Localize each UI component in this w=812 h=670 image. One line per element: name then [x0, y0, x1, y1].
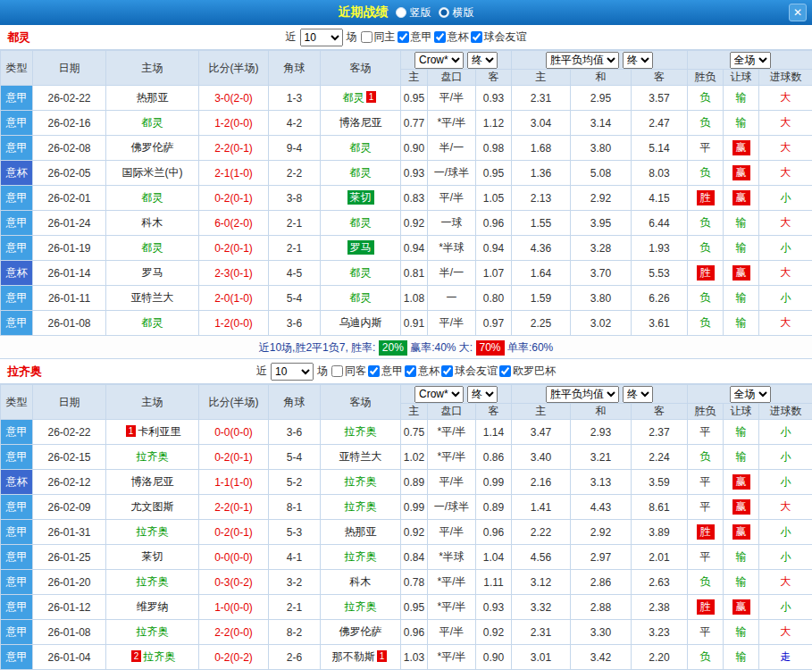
subcolumn-header: 客	[632, 404, 688, 420]
asian-home-odds: 0.83	[401, 186, 428, 211]
result-handicap-value: 输	[736, 575, 747, 588]
final-europe-select[interactable]: 终	[623, 52, 653, 69]
home-team-cell: 科木	[106, 211, 199, 236]
final-odds-select[interactable]: 终	[467, 52, 498, 69]
match-row: 意甲26-01-20拉齐奥0-3(0-2)3-2科木0.78*平/半1.113.…	[1, 570, 812, 595]
result-handicap: 输	[724, 570, 759, 595]
corners: 1-3	[269, 86, 321, 111]
result-goals-value: 小	[781, 550, 791, 563]
competition-checkbox-label: 意甲	[411, 29, 432, 45]
asian-away-odds: 0.93	[476, 86, 512, 111]
header-select-group: 全场	[688, 51, 812, 70]
result-handicap-value: 输	[736, 216, 747, 229]
competition-checkbox[interactable]	[434, 31, 446, 43]
competition-checkbox[interactable]	[441, 365, 453, 377]
competition-filter-item[interactable]: 意甲	[398, 29, 432, 45]
asian-home-odds: 0.92	[401, 211, 428, 236]
europe-draw-odds: 4.43	[571, 495, 632, 520]
result-handicap: 赢	[724, 261, 759, 286]
result-goals: 大	[759, 136, 812, 161]
result-goals: 大	[759, 495, 812, 520]
competition-filter-item[interactable]: 球会友谊	[441, 364, 498, 379]
result-handicap: 输	[724, 286, 759, 311]
competition-filter-item[interactable]: 意杯	[405, 364, 439, 379]
competition-checkbox[interactable]	[499, 365, 511, 377]
asian-handicap: *平/半	[428, 645, 476, 670]
corners: 3-2	[269, 570, 321, 595]
score: 0-2(0-2)	[199, 645, 269, 670]
summary-row: 近10场,胜2平1负7, 胜率: 20% 赢率:40% 大: 70% 单率:60…	[0, 336, 812, 359]
home-team-cell: 都灵	[106, 236, 199, 261]
score: 1-2(0-0)	[199, 311, 269, 336]
bookmaker-select[interactable]: Crow*	[414, 52, 464, 69]
europe-away-odds: 3.61	[632, 311, 688, 336]
match-date: 26-02-15	[33, 445, 106, 470]
competition-checkbox[interactable]	[398, 31, 409, 43]
europe-home-odds: 3.12	[512, 570, 571, 595]
bookmaker-select[interactable]: Crow*	[414, 386, 464, 403]
competition-filter-item[interactable]: 欧罗巴杯	[499, 364, 556, 379]
competition-checkbox-label: 球会友谊	[484, 29, 527, 45]
result-handicap: 输	[724, 645, 759, 670]
europe-draw-odds: 2.93	[571, 420, 632, 445]
asian-away-odds: 0.86	[476, 445, 512, 470]
result-wdl-value: 负	[700, 116, 711, 129]
match-row: 意甲26-01-24科木6-0(2-0)2-1都灵0.92一球0.961.553…	[1, 211, 812, 236]
match-count-select[interactable]: 10	[271, 363, 314, 381]
competition-checkbox[interactable]	[405, 365, 416, 377]
score: 2-2(0-0)	[199, 620, 269, 645]
home-team: 热那亚	[137, 91, 169, 104]
final-odds-select[interactable]: 终	[467, 386, 498, 403]
result-wdl: 平	[688, 420, 724, 445]
subcolumn-header: 主	[512, 70, 571, 86]
europe-draw-odds: 3.80	[571, 136, 632, 161]
home-team-cell: 热那亚	[106, 86, 199, 111]
competition-checkbox[interactable]	[368, 365, 380, 377]
corners: 4-1	[269, 545, 321, 570]
competition-filter-item[interactable]: 意甲	[368, 364, 403, 379]
competition-filter-item[interactable]: 同主	[361, 29, 396, 45]
layout-option-vertical[interactable]: 竖版	[396, 5, 431, 21]
recent-results-panel: 近期战绩 竖版 横版 ✕ 都灵 近 10 场 同主意甲意杯球会友谊 类型	[0, 0, 812, 670]
match-date: 26-02-01	[33, 186, 106, 211]
asian-away-odds: 0.97	[476, 311, 512, 336]
section-filterbar: 拉齐奥 近 10 场 同客意甲意杯球会友谊欧罗巴杯	[0, 359, 812, 384]
home-team: 维罗纳	[137, 600, 169, 613]
close-button[interactable]: ✕	[789, 4, 807, 21]
league-badge: 意甲	[1, 545, 33, 570]
result-handicap-value: 赢	[732, 499, 750, 515]
horizontal-layout-radio[interactable]	[439, 7, 449, 18]
competition-checkbox[interactable]	[471, 31, 482, 43]
corners: 3-8	[269, 186, 321, 211]
result-goals-value: 小	[781, 600, 791, 613]
result-wdl-value: 平	[700, 500, 711, 513]
asian-home-odds: 0.91	[401, 311, 428, 336]
layout-option-horizontal[interactable]: 横版	[439, 5, 474, 21]
vertical-layout-radio[interactable]	[396, 7, 406, 18]
competition-checkbox[interactable]	[361, 31, 373, 43]
europe-mean-select[interactable]: 胜平负均值	[546, 386, 619, 403]
result-handicap: 赢	[724, 595, 759, 620]
match-row: 意甲26-01-08拉齐奥2-2(0-0)8-2佛罗伦萨0.96平/半0.922…	[1, 620, 812, 645]
match-count-select[interactable]: 10	[300, 29, 343, 46]
europe-home-odds: 1.41	[512, 495, 571, 520]
corners: 5-4	[269, 445, 321, 470]
europe-mean-select[interactable]: 胜平负均值	[546, 52, 619, 69]
result-wdl: 负	[688, 311, 724, 336]
competition-filter-item[interactable]: 同客	[331, 364, 366, 379]
league-badge: 意甲	[1, 136, 33, 161]
competition-filter-item[interactable]: 意杯	[434, 29, 469, 45]
final-europe-select[interactable]: 终	[623, 386, 653, 403]
result-wdl-value: 负	[700, 241, 711, 254]
competition-checkbox[interactable]	[331, 365, 343, 377]
match-scope-select[interactable]: 全场	[730, 386, 771, 403]
europe-draw-odds: 3.80	[571, 286, 632, 311]
competition-filter-item[interactable]: 球会友谊	[471, 29, 527, 45]
score: 0-2(0-1)	[199, 445, 269, 470]
result-wdl: 负	[688, 445, 724, 470]
filter-games-label: 场	[347, 29, 357, 45]
result-wdl-value: 负	[700, 166, 711, 179]
result-handicap-value: 输	[736, 316, 747, 329]
match-scope-select[interactable]: 全场	[730, 52, 771, 69]
europe-away-odds: 3.23	[632, 620, 688, 645]
